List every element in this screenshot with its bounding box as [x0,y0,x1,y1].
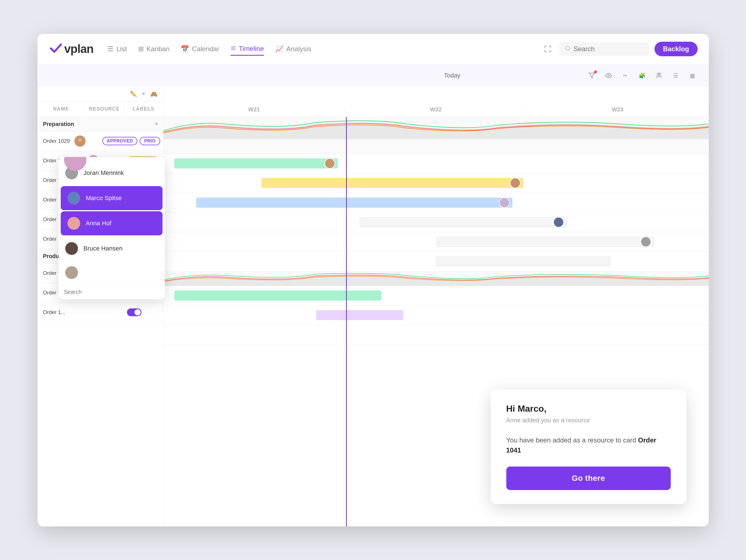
app-window: vplan ☰ List ⊞ Kanban 📅 Calendar [37,34,709,526]
svg-point-10 [78,138,82,142]
edit-icons-row: ✏️ 👁 🙈 [37,87,163,102]
gantt-row-prod2[interactable] [163,306,709,325]
person-name-joran: Joran Mennink [84,169,124,176]
grid-icon[interactable]: ▦ [688,71,698,81]
notification-body-prefix: You have been added as a resource to car… [506,436,638,444]
toolbar-right: ✂ 🧩 ☰ ▦ [587,71,698,81]
col-header-labels: LABELS [124,102,163,117]
avatar [65,242,78,255]
list-icon: ☰ [107,45,114,53]
header-right: Backlog [542,42,697,56]
toolbar-today: Today [318,72,587,79]
puzzle-icon[interactable]: 🧩 [637,71,647,81]
bar-avatar [324,158,335,169]
avatar [75,136,86,147]
analysis-icon: 📈 [275,45,284,53]
svg-point-3 [566,47,570,50]
group-preparation[interactable]: Preparation ▾ [37,117,163,132]
gantt-bar-1037[interactable] [196,198,512,208]
task-name: Order 1... [40,309,85,315]
notification-body: You have been added as a resource to car… [506,435,671,455]
gantt-group-row-production [163,272,709,286]
list-icon-toolbar[interactable]: ☰ [671,71,681,81]
backlog-button[interactable]: Backlog [655,42,697,56]
gantt-row-1037[interactable] [163,193,709,213]
badge-prio: PRIO [140,137,160,145]
chevron-down-icon: ▾ [155,121,157,127]
hide-icon[interactable]: 🙈 [150,91,157,97]
person-name-anna: Anna Hof [86,220,112,227]
gantt-rows [163,139,709,345]
gantt-row-1045[interactable] [163,232,709,252]
svg-point-5 [608,75,609,76]
column-headers: NAME RESOURCE LABELS [37,102,163,117]
go-there-button[interactable]: Go there [506,467,671,490]
table-row[interactable]: Order 1029 [37,132,163,151]
gantt-row-1034[interactable] [163,173,709,193]
bar-avatar [499,197,510,208]
left-panel: ✏️ 👁 🙈 NAME RESOURCE LABELS Preparation … [37,87,163,526]
gantt-week-headers: W21 W22 W23 [163,87,709,117]
week-w22: W22 [345,106,527,117]
main-nav: ☰ List ⊞ Kanban 📅 Calendar Tim [107,43,527,56]
avatar [67,192,80,204]
gantt-bar-prod1[interactable] [174,290,381,301]
gantt-bar-1046[interactable] [436,256,611,267]
table-row[interactable]: Order 1... [37,303,163,323]
logo-text: vplan [64,42,94,56]
expand-button[interactable] [542,43,554,55]
group-icon[interactable] [654,71,664,81]
gantt-group-row [163,139,709,154]
logo: vplan [49,40,94,57]
resource-usage-chart [163,117,709,139]
bar-avatar [640,236,651,247]
task-labels: APPROVED PRIO [99,137,160,145]
view-icon[interactable]: 👁 [141,91,147,97]
nav-calendar[interactable]: 📅 Calendar [181,43,219,55]
task-labels [124,308,160,316]
nav-analysis[interactable]: 📈 Analysis [275,43,311,55]
notification-card: Hi Marco, Anne added you as a resource Y… [491,390,686,504]
toolbar: Today ✂ 🧩 ☰ ▦ [37,65,709,87]
gantt-row-prod1[interactable] [163,286,709,306]
dropdown-item-marco[interactable]: Marco Spitse [61,186,163,210]
group-preparation-label: Preparation [43,121,74,127]
eye-icon[interactable] [604,71,614,81]
search-icon [565,46,571,52]
toggle-switch[interactable] [127,308,142,316]
gantt-row-prod3[interactable] [163,325,709,345]
dropdown-item-anna[interactable]: Anna Hof [61,211,163,235]
dropdown-search-area [58,285,165,299]
nav-kanban[interactable]: ⊞ Kanban [138,43,170,55]
gantt-bar-1029[interactable] [174,159,338,168]
gantt-row-1041[interactable] [163,213,709,232]
avatar [67,217,80,230]
gantt-bar-prod2[interactable] [316,310,403,320]
svg-point-9 [76,143,84,147]
person-name-bruce: Bruce Hansen [84,245,122,252]
dropdown-search-input[interactable] [64,289,159,295]
scissors-icon[interactable]: ✂ [621,71,630,81]
timeline-icon [230,45,236,53]
nav-list[interactable]: ☰ List [107,43,127,55]
nav-timeline[interactable]: Timeline [230,43,264,56]
gantt-bar-1034[interactable] [261,178,523,188]
bar-avatar [510,178,521,188]
search-input[interactable] [573,45,643,53]
badge-approved: APPROVED [103,137,138,145]
week-w23: W23 [527,106,709,117]
gantt-bar-1041[interactable] [360,217,567,227]
col-header-name: NAME [37,102,85,117]
pencil-icon[interactable]: ✏️ [130,91,137,97]
week-w21: W21 [163,106,345,117]
person-name-marco: Marco Spitse [86,195,122,202]
gantt-row-1046[interactable] [163,252,709,272]
bar-avatar [553,217,564,227]
dropdown-item-bruce[interactable]: Bruce Hansen [58,236,165,260]
gantt-bar-1045[interactable] [436,237,654,247]
search-box[interactable] [560,42,649,56]
filter-icon[interactable] [587,71,597,81]
gantt-row-1029[interactable] [163,154,709,173]
svg-marker-4 [589,73,595,78]
avatar [65,266,78,279]
